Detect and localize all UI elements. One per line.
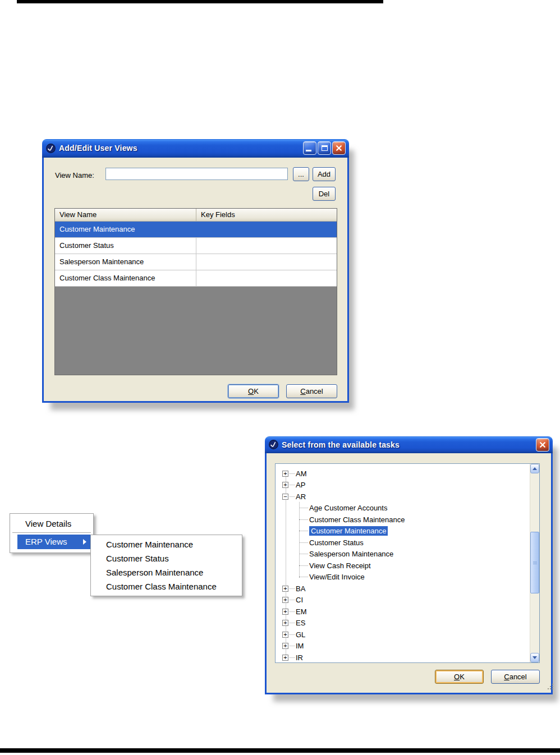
tree-item[interactable]: Customer Status <box>276 537 530 549</box>
cell-view-name: Customer Class Maintenance <box>55 270 196 286</box>
tree-item[interactable]: +CI <box>276 595 530 606</box>
views-table-body: Customer MaintenanceCustomer StatusSales… <box>55 222 337 287</box>
ok-button[interactable]: OK <box>228 384 279 398</box>
table-row[interactable]: Customer Maintenance <box>55 222 337 238</box>
expand-icon[interactable]: + <box>282 655 288 661</box>
tree-connector <box>290 485 295 485</box>
document-page: Add/Edit User Views View Name: ... Add D… <box>0 0 560 755</box>
tree-item[interactable]: +IR <box>276 652 530 662</box>
menu-item-label: ERP Views <box>25 537 67 546</box>
cell-view-name: Salesperson Maintenance <box>55 254 196 270</box>
tree-item[interactable]: −AR <box>276 491 530 503</box>
minimize-icon <box>306 150 311 151</box>
expand-icon[interactable]: + <box>282 586 288 592</box>
tree-connector <box>290 634 295 635</box>
scrollbar-thumb[interactable] <box>530 532 539 593</box>
window-controls <box>536 438 549 452</box>
tree-connector <box>290 623 295 623</box>
tree-connector <box>299 565 308 566</box>
tree-item[interactable]: +IM <box>276 641 530 652</box>
tree-connector <box>290 611 295 612</box>
tree-connector <box>290 473 295 474</box>
submenu-item[interactable]: Customer Class Maintenance <box>91 579 242 593</box>
titlebar[interactable]: Select from the available tasks <box>265 436 553 453</box>
resize-grip[interactable] <box>548 688 549 689</box>
tree-item[interactable]: +EM <box>276 606 530 618</box>
table-row[interactable]: Customer Class Maintenance <box>55 270 337 287</box>
task-tree-panel: +AM+AP−ARAge Customer AccountsCustomer C… <box>275 463 540 663</box>
tree-item[interactable]: View/Edit Invoice <box>276 572 530 583</box>
expand-icon[interactable]: + <box>282 597 288 603</box>
expand-icon[interactable]: + <box>282 609 288 615</box>
tree-connector <box>290 657 295 658</box>
menu-item-view-details[interactable]: View Details <box>12 517 91 531</box>
close-button[interactable] <box>332 141 346 155</box>
window-title: Add/Edit User Views <box>59 144 137 153</box>
cancel-button[interactable]: Cancel <box>491 670 540 684</box>
cancel-button[interactable]: Cancel <box>286 384 337 398</box>
column-header-key-fields[interactable]: Key Fields <box>196 209 337 221</box>
column-header-view-name[interactable]: View Name <box>55 209 196 221</box>
scroll-down-button[interactable] <box>530 653 539 662</box>
minimize-button[interactable] <box>303 141 316 155</box>
tree-item-label: Customer Status <box>309 538 364 547</box>
expand-icon[interactable]: + <box>282 482 288 488</box>
table-header: View Name Key Fields <box>55 209 337 222</box>
cell-view-name: Customer Status <box>55 238 196 254</box>
dialog-body: View Name: ... Add Del View Name Key Fie… <box>42 158 349 403</box>
erp-views-submenu-items: Customer MaintenanceCustomer StatusSales… <box>91 537 242 593</box>
tree-connector <box>299 519 308 520</box>
titlebar[interactable]: Add/Edit User Views <box>42 139 349 158</box>
tree-item-label: Salesperson Maintenance <box>309 550 393 558</box>
window-title: Select from the available tasks <box>282 440 400 449</box>
submenu-item[interactable]: Customer Maintenance <box>91 537 242 551</box>
maximize-button[interactable] <box>318 141 331 155</box>
ok-button[interactable]: OK <box>435 670 484 684</box>
tree-item[interactable]: Age Customer Accounts <box>276 503 530 514</box>
tree-connector <box>290 588 295 589</box>
tree-item[interactable]: +AP <box>276 480 530 491</box>
tree-item[interactable]: Salesperson Maintenance <box>276 549 530 560</box>
submenu-item[interactable]: Salesperson Maintenance <box>91 565 242 579</box>
expand-icon[interactable]: + <box>282 471 288 477</box>
tree-item-label: Age Customer Accounts <box>309 504 387 512</box>
app-logo-icon <box>268 440 278 450</box>
tree-item[interactable]: Customer Class Maintenance <box>276 514 530 526</box>
expand-icon[interactable]: + <box>282 643 288 649</box>
table-row[interactable]: Customer Status <box>55 238 337 254</box>
close-button[interactable] <box>536 438 549 452</box>
tree-item[interactable]: View Cash Receipt <box>276 560 530 572</box>
task-tree-rows: +AM+AP−ARAge Customer AccountsCustomer C… <box>276 464 530 662</box>
expand-icon[interactable]: + <box>282 632 288 638</box>
tree-item-label: AP <box>296 481 305 489</box>
thumb-grip-icon <box>533 561 537 562</box>
tree-connector <box>299 508 308 508</box>
submenu-item[interactable]: Customer Status <box>91 551 242 565</box>
browse-button[interactable]: ... <box>293 167 309 181</box>
view-name-input[interactable] <box>105 168 288 180</box>
cell-view-name: Customer Maintenance <box>55 222 196 237</box>
tree-item-label: ES <box>296 619 305 627</box>
down-arrow-icon <box>533 656 537 659</box>
vertical-scrollbar[interactable] <box>530 464 539 662</box>
cell-key-fields <box>196 254 337 270</box>
tree-item[interactable]: +ES <box>276 618 530 629</box>
add-button[interactable]: Add <box>313 167 336 181</box>
bottom-rule <box>0 748 560 753</box>
tree-item[interactable]: +GL <box>276 629 530 641</box>
menu-item-erp-views[interactable]: ERP Views <box>17 535 90 549</box>
scroll-up-button[interactable] <box>530 464 539 473</box>
tree-item[interactable]: Customer Maintenance <box>276 526 530 537</box>
table-row[interactable]: Salesperson Maintenance <box>55 254 337 270</box>
collapse-icon[interactable]: − <box>282 494 288 500</box>
close-icon <box>336 145 342 151</box>
window-controls <box>303 141 346 155</box>
tree-item[interactable]: +BA <box>276 583 530 595</box>
del-button[interactable]: Del <box>313 187 336 201</box>
expand-icon[interactable]: + <box>282 620 288 626</box>
tree-item[interactable]: +AM <box>276 468 530 480</box>
submenu-arrow-icon <box>83 539 86 545</box>
tree-item-label: BA <box>296 584 305 593</box>
tree-item-label: Customer Maintenance <box>309 526 388 536</box>
tree-connector <box>290 496 295 497</box>
